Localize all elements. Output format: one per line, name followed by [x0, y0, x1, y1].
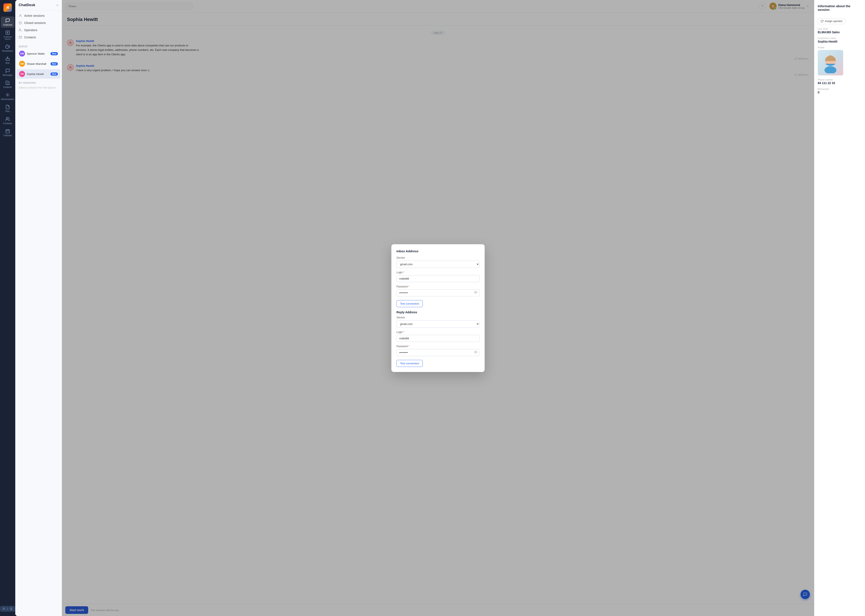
- badge-new-spencer: New: [50, 52, 58, 55]
- login-input-inbox[interactable]: [397, 275, 480, 282]
- user-count-separator: 3: [9, 607, 13, 610]
- avatar-sophia: SH: [19, 71, 25, 77]
- eye-icon: [474, 291, 477, 294]
- queue-item-sophia[interactable]: SH Sophia Hewitt New: [17, 69, 60, 79]
- live-chat-value: ELMA365 Sales: [818, 30, 862, 34]
- sidebar-item-bots[interactable]: Bots: [1, 55, 14, 66]
- sidebar-item-files[interactable]: Files: [1, 103, 14, 114]
- active-sessions-icon: [19, 14, 22, 17]
- my-sessions-label: MY SESSIONS: [15, 79, 62, 85]
- phone-section: Phone number 84 111 22 33: [818, 79, 862, 85]
- badge-new-shawn: New: [50, 62, 58, 66]
- svg-point-18: [475, 292, 476, 293]
- login-input-reply[interactable]: [397, 335, 480, 342]
- chat-area: ? D Diana Hammond Ultra Quality Sales Gr…: [62, 0, 814, 616]
- app-title: ChatDesk: [19, 3, 35, 7]
- messenger-section: Messenger il: [818, 88, 862, 94]
- nav-item-contacts[interactable]: Contacts: [15, 34, 62, 41]
- password-label-reply: Password *: [397, 345, 480, 348]
- password-input-inbox[interactable]: [397, 289, 480, 296]
- messenger-label: Messenger: [818, 88, 862, 90]
- modal-dialog: Inbox Address Service gmail.com Login *: [391, 244, 485, 372]
- sidebar-label-reports: ChatDesk reports: [2, 36, 14, 40]
- refresh-icon: [821, 20, 824, 23]
- login-required-inbox: *: [403, 271, 405, 274]
- sidebar-item-calendar[interactable]: Calendar: [1, 127, 14, 138]
- user-count-badge[interactable]: 2 3: [0, 606, 15, 612]
- assign-operator-button[interactable]: Assign operator: [818, 18, 845, 24]
- left-panel-header: ChatDesk «: [15, 0, 62, 10]
- operators-icon: [19, 28, 22, 32]
- queue-item-spencer[interactable]: SW Spencer Watts New: [17, 49, 60, 58]
- main-content: ChatDesk « Active sessions Closed sessio…: [15, 0, 865, 616]
- assign-operator-label: Assign operator: [825, 20, 843, 23]
- administration-icon: [5, 93, 10, 97]
- password-input-reply[interactable]: [397, 349, 480, 356]
- password-wrap-inbox: [397, 289, 480, 296]
- service-label-inbox: Service: [397, 256, 480, 259]
- users-icon: [3, 607, 6, 610]
- avatar-svg: [822, 52, 839, 73]
- avatar-shawn: SM: [19, 61, 25, 67]
- password-eye-reply[interactable]: [474, 350, 477, 355]
- customer-name-value: Sophia Hewitt: [818, 40, 862, 43]
- svg-point-12: [3, 608, 4, 609]
- login-label-reply: Login *: [397, 331, 480, 334]
- queue-name-shawn: Shawn Marshall: [27, 62, 46, 66]
- modal-overlay[interactable]: Inbox Address Service gmail.com Login *: [62, 0, 814, 616]
- sidebar-item-incidents[interactable]: Incidents: [1, 79, 14, 90]
- sidebar-label-incidents: Incidents: [3, 86, 12, 88]
- nav-item-operators[interactable]: Operators: [15, 27, 62, 34]
- form-service-reply: Service gmail.com: [397, 316, 480, 328]
- user-count-number: 2: [7, 607, 8, 610]
- phone-label: Phone number: [818, 79, 862, 81]
- sidebar-item-administration[interactable]: Administration: [1, 91, 14, 102]
- live-chat-label: Live Chat: [818, 28, 862, 30]
- files-icon: [5, 105, 10, 109]
- sidebar-label-company: Company: [3, 122, 12, 124]
- nav-item-closed-sessions[interactable]: Closed sessions: [15, 19, 62, 27]
- left-nav: Active sessions Closed sessions Operator…: [15, 10, 62, 42]
- customer-name-section: Customer's name Sophia Hewitt: [818, 37, 862, 43]
- svg-point-22: [824, 66, 837, 73]
- sidebar-item-company[interactable]: Company: [1, 115, 14, 126]
- nav-item-active-sessions[interactable]: Active sessions: [15, 12, 62, 19]
- eye-icon-reply: [474, 350, 477, 354]
- service-label-reply: Service: [397, 316, 480, 319]
- left-panel: ChatDesk « Active sessions Closed sessio…: [15, 0, 62, 616]
- sidebar-item-reports[interactable]: ChatDesk reports: [1, 28, 14, 42]
- bots-icon: [5, 57, 10, 61]
- password-eye-inbox[interactable]: [474, 291, 477, 295]
- avatar-label: Avatar: [818, 46, 862, 49]
- login-label-inbox: Login *: [397, 271, 480, 274]
- queue-name-sophia: Sophia Hewitt: [27, 72, 44, 75]
- test-connection-button-inbox[interactable]: Test connection: [397, 300, 423, 307]
- service-select-reply[interactable]: gmail.com: [397, 320, 480, 328]
- sidebar-label-files: Files: [5, 110, 10, 113]
- logo-area: ✕: [3, 3, 13, 13]
- customer-name-label: Customer's name: [818, 37, 862, 39]
- phone-value: 84 111 22 33: [818, 81, 862, 85]
- collapse-button[interactable]: «: [57, 3, 58, 7]
- password-label-inbox: Password *: [397, 285, 480, 288]
- sidebar-label-newsletters: Newsletters: [2, 50, 13, 52]
- queue-item-shawn[interactable]: SM Shawn Marshall New: [17, 59, 60, 68]
- test-connection-button-reply[interactable]: Test connection: [397, 360, 423, 367]
- sidebar-label-chatdesk: ChatDesk: [3, 24, 12, 26]
- svg-point-13: [20, 15, 21, 16]
- svg-rect-4: [6, 58, 9, 60]
- icon-sidebar: ✕ ChatDesk ChatDesk reports Newsletters …: [0, 0, 15, 616]
- reports-icon: [5, 30, 10, 35]
- sidebar-label-calendar: Calendar: [3, 134, 12, 137]
- sidebar-item-newsletters[interactable]: Newsletters: [1, 42, 14, 54]
- session-info-title: Information about the session: [818, 4, 862, 11]
- service-select-inbox[interactable]: gmail.com: [397, 261, 480, 268]
- app-logo[interactable]: ✕: [3, 3, 12, 12]
- service-select-wrap-inbox: gmail.com: [397, 261, 480, 268]
- sidebar-item-messages[interactable]: Messages: [1, 67, 14, 78]
- form-login-reply: Login *: [397, 331, 480, 342]
- modal-reply-title: Reply Address: [397, 311, 480, 314]
- customer-avatar-image: [818, 50, 843, 75]
- sidebar-item-chatdesk[interactable]: ChatDesk: [1, 17, 14, 28]
- form-password-reply: Password *: [397, 345, 480, 356]
